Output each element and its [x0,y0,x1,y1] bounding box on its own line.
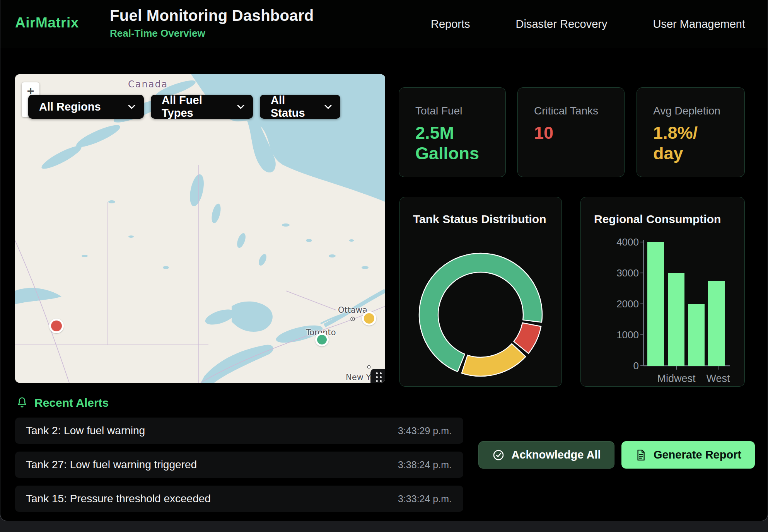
alert-time: 3:43:29 p.m. [398,425,452,437]
header: AirMatrix Fuel Monitoring Dashboard Real… [0,0,768,48]
stat-label: Avg Depletion [653,105,729,117]
tank-map[interactable]: Canada Ottawa Toronto New York + All Reg… [15,74,385,383]
nav-disaster-recovery[interactable]: Disaster Recovery [516,18,608,31]
stat-label: Critical Tanks [534,105,609,117]
document-icon [635,449,647,461]
page-title: Fuel Monitoring Dashboard [110,7,314,24]
stat-card-critical-tanks: Critical Tanks 10 [517,87,625,177]
chevron-down-icon [128,104,135,109]
generate-report-label: Generate Report [654,448,741,461]
recent-alerts-header: Recent Alerts [16,396,109,409]
window-bottom-strip [0,521,768,532]
alert-row[interactable]: Tank 27: Low fuel warning triggered 3:38… [15,452,463,478]
status-filter-value: All Status [271,94,317,119]
nav-reports[interactable]: Reports [431,18,470,31]
stat-label: Total Fuel [415,105,490,117]
stat-value: 2.5M Gallons [415,123,490,164]
alert-row[interactable]: Tank 2: Low fuel warning 3:43:29 p.m. [15,418,463,444]
stat-card-avg-depletion: Avg Depletion 1.8%/ day [637,87,745,177]
acknowledge-all-button[interactable]: Acknowledge All [478,441,614,469]
map-label-ottawa: Ottawa [338,305,367,315]
tank-marker-normal[interactable] [315,333,329,346]
tank-marker-critical[interactable] [49,319,64,333]
stat-value: 10 [534,123,609,143]
ottawa-town-icon [350,316,355,322]
title-block: Fuel Monitoring Dashboard Real-Time Over… [110,7,314,39]
alert-time: 3:38:24 p.m. [398,459,452,471]
recent-alerts-title: Recent Alerts [34,396,109,409]
map-label-canada: Canada [128,79,168,90]
chevron-down-icon [237,104,244,109]
nav-user-management[interactable]: User Management [653,18,745,31]
map-drag-handle[interactable] [370,369,385,383]
alert-message: Tank 2: Low fuel warning [26,425,145,437]
alert-message: Tank 27: Low fuel warning triggered [26,459,197,471]
svg-text:0: 0 [633,360,639,372]
svg-text:2000: 2000 [616,298,639,310]
stat-card-total-fuel: Total Fuel 2.5M Gallons [399,87,506,177]
tank-marker-warning[interactable] [362,311,376,326]
page-subtitle: Real-Time Overview [110,27,314,39]
brand-logo: AirMatrix [15,15,79,31]
bell-icon [16,396,28,409]
dashboard-window: AirMatrix Fuel Monitoring Dashboard Real… [0,0,768,521]
tank-status-title: Tank Status Distribution [413,213,546,226]
check-circle-icon [492,449,505,461]
tank-status-panel: Tank Status Distribution [399,197,562,387]
stat-value: 1.8%/ day [653,123,729,164]
svg-text:3000: 3000 [616,267,639,279]
acknowledge-all-label: Acknowledge All [512,448,601,461]
newyork-town-icon [367,365,371,369]
fuel-type-filter-value: All Fuel Types [162,94,230,119]
svg-text:West: West [706,373,730,384]
main-nav: Reports Disaster Recovery User Managemen… [431,0,745,48]
svg-text:Midwest: Midwest [657,373,696,384]
map-filter-bar: All Regions All Fuel Types All Status [28,95,340,119]
region-filter-value: All Regions [39,101,101,113]
regional-consumption-panel: Regional Consumption 01000200030004000Mi… [580,197,745,387]
alert-message: Tank 15: Pressure threshold exceeded [26,493,211,505]
alert-time: 3:33:24 p.m. [398,493,452,505]
status-filter-dropdown[interactable]: All Status [260,95,340,119]
fuel-type-filter-dropdown[interactable]: All Fuel Types [151,95,253,119]
svg-text:4000: 4000 [616,236,639,248]
region-filter-dropdown[interactable]: All Regions [28,95,144,119]
grip-dots-icon [376,372,382,382]
generate-report-button[interactable]: Generate Report [621,441,755,469]
chevron-down-icon [324,104,332,109]
alert-row[interactable]: Tank 15: Pressure threshold exceeded 3:3… [15,486,463,512]
regional-consumption-title: Regional Consumption [594,213,721,226]
svg-text:1000: 1000 [616,329,639,341]
